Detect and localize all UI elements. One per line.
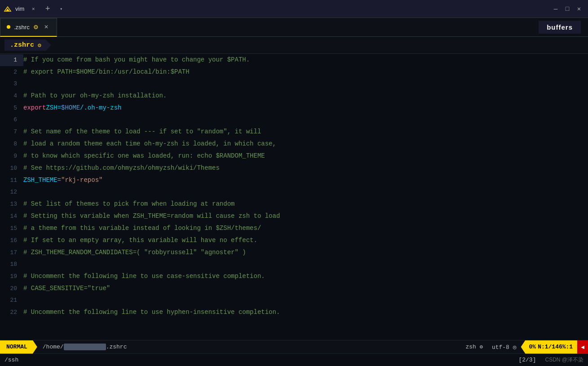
new-tab-button[interactable]: + (42, 4, 53, 14)
table-row: 6 (0, 114, 588, 126)
table-row: 5export ZSH=$HOME/.oh-my-zsh (0, 102, 588, 114)
token: # export PATH=$HOME/bin:/usr/local/bin:$… (23, 66, 190, 78)
vim-icon (4, 5, 12, 13)
col-info: %:1 (562, 344, 573, 350)
line-number: 6 (0, 114, 23, 126)
table-row: 2# export PATH=$HOME/bin:/usr/local/bin:… (0, 66, 588, 78)
line-content[interactable] (23, 78, 27, 90)
token: # a theme from this variable instead of … (23, 222, 261, 234)
line-number: 20 (0, 283, 23, 295)
watermark: CSDN @泽不染 (545, 356, 584, 364)
file-gear-icon: ⚙ (38, 42, 41, 49)
window-title: vim (15, 5, 24, 12)
table-row: 1# If you come from bash you might have … (0, 54, 588, 66)
shell-info: zsh ⚙ (461, 344, 487, 350)
vim-mode: NORMAL (0, 340, 37, 354)
token: ZSH= (46, 102, 61, 114)
table-row: 13# Set list of themes to pick from when… (0, 198, 588, 210)
bottom-bar: /ssh [2/3] CSDN @泽不染 (0, 353, 588, 366)
close-tab-button[interactable]: ✕ (28, 4, 39, 14)
maximize-button[interactable]: □ (562, 4, 573, 14)
token: # If you come from bash you might have t… (23, 54, 250, 66)
token: # If set to an empty array, this variabl… (23, 234, 257, 246)
line-col-info: N:1/146%:1 (538, 344, 573, 350)
token: # ZSH_THEME_RANDOM_CANDIDATES=( "robbyru… (23, 247, 246, 258)
table-row: 18 (0, 259, 588, 270)
token: # load a random theme each time oh-my-zs… (23, 138, 276, 150)
line-number: 17 (0, 247, 23, 259)
table-row: 12 (0, 186, 588, 198)
pane-info: [2/3] (518, 357, 536, 363)
line-number: 3 (0, 78, 23, 90)
table-row: 9# to know which specific one was loaded… (0, 150, 588, 162)
editor-area[interactable]: 1# If you come from bash you might have … (0, 54, 588, 340)
line-number: 19 (0, 271, 23, 282)
tab-bar: .zshrc ⚙ ✕ buffers (0, 18, 588, 37)
status-bar: NORMAL /home/··········.zshrc zsh ⚙ utf-… (0, 340, 588, 353)
active-tab[interactable]: .zshrc ⚙ ✕ (0, 18, 57, 37)
tab-label: .zshrc (14, 24, 30, 31)
token: $HOME (61, 102, 80, 114)
line-number: 4 (0, 90, 23, 102)
path-suffix: .zshrc (106, 344, 127, 350)
file-path: /home/··········.zshrc (37, 344, 461, 350)
status-right-indicator: ◀ (577, 340, 588, 354)
line-content[interactable] (23, 259, 27, 270)
table-row: 11ZSH_THEME="rkj-repos" (0, 174, 588, 186)
line-number: 21 (0, 295, 23, 306)
table-row: 20# CASE_SENSITIVE="true" (0, 282, 588, 295)
line-number: 11 (0, 175, 23, 186)
line-content[interactable] (23, 114, 27, 126)
file-name-badge: .zshrc ⚙ (4, 40, 51, 51)
token: "rkj-repos" (61, 174, 102, 186)
title-bar: vim ✕ + ▾ — □ ✕ (0, 0, 588, 18)
token: # See https://github.com/ohmyzsh/ohmyzsh… (23, 162, 220, 174)
file-name: .zshrc (10, 41, 34, 49)
position-info: 0% N:1/146%:1 (521, 340, 578, 354)
table-row: 21 (0, 295, 588, 306)
line-number: 5 (0, 102, 23, 114)
token: # to know which specific one was loaded,… (23, 150, 265, 162)
token: # Uncomment the following line to use ca… (23, 270, 265, 282)
token: # Set list of themes to pick from when l… (23, 198, 234, 210)
table-row: 19# Uncomment the following line to use … (0, 270, 588, 282)
window-controls: — □ ✕ (550, 4, 584, 14)
window-close-button[interactable]: ✕ (574, 4, 584, 14)
tab-indicator (7, 25, 10, 29)
line-number: 9 (0, 150, 23, 162)
table-row: 7# Set name of the theme to load --- if … (0, 126, 588, 138)
line-number: 1 (0, 54, 23, 66)
line-number: 10 (0, 163, 23, 174)
line-content[interactable] (23, 186, 27, 198)
encoding-info: utf-8 ◎ (487, 344, 521, 351)
tab-gear-icon: ⚙ (33, 24, 39, 31)
line-number: 12 (0, 186, 23, 198)
token: # Uncomment the following line to use hy… (23, 306, 280, 318)
table-row: 10# See https://github.com/ohmyzsh/ohmyz… (0, 162, 588, 174)
line-number: 13 (0, 198, 23, 210)
table-row: 8# load a random theme each time oh-my-z… (0, 138, 588, 150)
line-info: N:1/146 (538, 344, 562, 350)
table-row: 17# ZSH_THEME_RANDOM_CANDIDATES=( "robby… (0, 247, 588, 259)
path-prefix: /home/ (43, 344, 64, 350)
encoding-label: utf-8 (492, 344, 509, 351)
line-content[interactable] (23, 295, 27, 306)
buffers-label[interactable]: buffers (539, 21, 581, 34)
file-header: .zshrc ⚙ (0, 37, 588, 54)
line-number: 15 (0, 223, 23, 234)
scroll-percent: 0% (529, 344, 536, 350)
table-row: 22# Uncomment the following line to use … (0, 306, 588, 318)
token: export (23, 102, 46, 114)
ssh-label: /ssh (4, 357, 18, 363)
line-number: 7 (0, 126, 23, 138)
token: # Set name of the theme to load --- if s… (23, 126, 261, 137)
table-row: 4# Path to your oh-my-zsh installation. (0, 90, 588, 102)
table-row: 16# If set to an empty array, this varia… (0, 234, 588, 247)
line-number: 14 (0, 211, 23, 222)
tab-close-button[interactable]: ✕ (42, 23, 50, 31)
token: # Path to your oh-my-zsh installation. (23, 90, 167, 101)
minimize-button[interactable]: — (550, 4, 561, 14)
shell-name: zsh (465, 344, 476, 350)
token: # Setting this variable when ZSH_THEME=r… (23, 210, 280, 222)
tab-dropdown-button[interactable]: ▾ (57, 4, 66, 14)
